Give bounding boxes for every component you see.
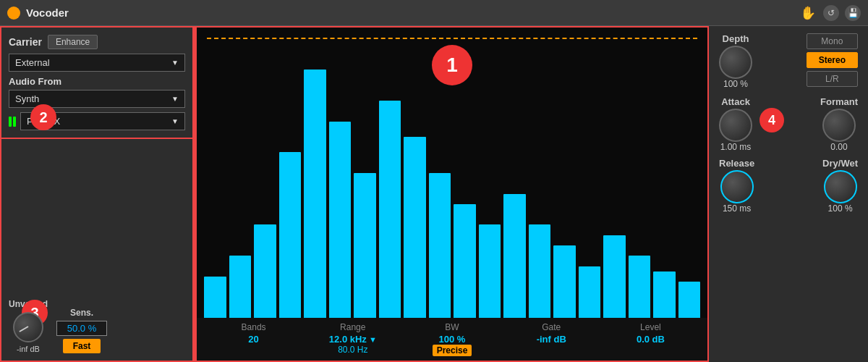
external-dropdown[interactable]: External ▼ <box>9 54 185 72</box>
refresh-icon-btn[interactable]: ↺ <box>823 5 839 21</box>
right-top: Depth 100 % Mono Stereo L/R <box>719 33 858 89</box>
mono-button[interactable]: Mono <box>807 33 858 49</box>
dashed-line <box>207 38 697 39</box>
enhance-button[interactable]: Enhance <box>48 35 98 49</box>
gate-value: -inf dB <box>537 334 566 345</box>
sens-value-box[interactable]: 50.0 % <box>56 321 107 336</box>
center-panel: 1 Bands 20 Range 12.0 kHz ▼ 80.0 Hz BW 1… <box>195 26 709 362</box>
drywet-label: Dry/Wet <box>822 158 858 169</box>
bands-value: 20 <box>248 334 258 345</box>
spectrum-bar <box>529 224 551 318</box>
bands-label: Bands <box>242 322 266 332</box>
depth-value: 100 % <box>723 79 748 89</box>
drywet-group: Dry/Wet 100 % <box>822 158 858 214</box>
range-value1: 12.0 kHz <box>329 334 367 345</box>
title-icon-group: ↺ 💾 <box>823 5 861 21</box>
power-dot[interactable] <box>7 7 20 20</box>
spectrum-bar <box>603 235 626 318</box>
synth-dropdown-arrow: ▼ <box>171 95 179 103</box>
unvoiced-knob[interactable] <box>13 312 43 342</box>
unvoiced-section: 3 Unvoiced -inf dB Sens. 50.0 % Fast <box>0 139 194 362</box>
lr-button[interactable]: L/R <box>807 71 858 87</box>
spectrum-bar <box>304 70 326 318</box>
level-label: Level <box>640 322 661 332</box>
depth-group: Depth 100 % <box>719 33 752 89</box>
gate-col: Gate -inf dB <box>502 322 601 356</box>
carrier-label: Carrier <box>9 36 42 48</box>
level-value: 0.0 dB <box>637 334 665 345</box>
mode-group: Mono Stereo L/R <box>807 33 858 87</box>
title-bar: Vocoder ✋ ↺ 💾 <box>0 0 868 26</box>
spectrum-bar <box>629 256 651 318</box>
plugin-title: Vocoder <box>26 7 800 19</box>
sens-group: Sens. 50.0 % Fast <box>56 308 107 353</box>
bw-value: 100 % <box>439 334 466 345</box>
badge-2: 2 <box>30 104 56 130</box>
bw-col: BW 100 % Precise <box>402 322 501 356</box>
drywet-value: 100 % <box>828 203 853 214</box>
spectrum-bar <box>454 204 476 318</box>
dropdown-arrow: ▼ <box>171 59 179 67</box>
carrier-section: Carrier Enhance External ▼ Audio From Sy… <box>0 26 194 139</box>
spectrum-bar <box>479 224 501 318</box>
spectrum-bar <box>553 245 576 318</box>
badge-4: 4 <box>760 108 784 132</box>
range-arrow: ▼ <box>369 335 377 344</box>
right-bottom: Release 150 ms Dry/Wet 100 % <box>719 158 858 214</box>
carrier-row: Carrier Enhance <box>9 35 185 49</box>
spectrum-bar <box>678 282 701 318</box>
sens-label: Sens. <box>70 308 93 318</box>
formant-knob[interactable] <box>822 109 856 142</box>
depth-label: Depth <box>723 33 749 44</box>
spectrum-bar <box>279 152 302 318</box>
attack-group: Attack 1.00 ms <box>719 96 752 152</box>
save-icon-btn[interactable]: 💾 <box>845 5 861 21</box>
main-container: Carrier Enhance External ▼ Audio From Sy… <box>0 26 868 362</box>
attack-knob[interactable] <box>719 109 752 142</box>
spectrum-labels: Bands 20 Range 12.0 kHz ▼ 80.0 Hz BW 100… <box>197 318 707 361</box>
drywet-knob[interactable] <box>824 170 857 203</box>
spectrum-bar <box>404 137 426 318</box>
audio-from-label: Audio From <box>9 76 185 87</box>
post-fx-indicator <box>9 117 16 127</box>
bars-container <box>204 42 700 318</box>
unvoiced-value: -inf dB <box>17 345 40 353</box>
hand-icon: ✋ <box>800 5 816 21</box>
range-label: Range <box>340 322 365 332</box>
bw-label: BW <box>445 322 459 332</box>
spectrum-bar <box>354 173 376 318</box>
attack-value: 1.00 ms <box>720 142 752 152</box>
stereo-button[interactable]: Stereo <box>807 52 858 68</box>
spectrum-bar <box>229 256 252 318</box>
level-col: Level 0.0 dB <box>601 322 700 356</box>
depth-knob[interactable] <box>719 46 752 79</box>
right-mid: Attack 1.00 ms 4 Formant 0.00 <box>719 96 858 152</box>
range-col: Range 12.0 kHz ▼ 80.0 Hz <box>303 322 402 356</box>
release-group: Release 150 ms <box>719 158 754 214</box>
fast-button[interactable]: Fast <box>63 339 101 353</box>
spectrum-bar <box>254 224 276 318</box>
left-panel: Carrier Enhance External ▼ Audio From Sy… <box>0 26 195 362</box>
formant-group: Formant 0.00 <box>820 96 858 152</box>
right-panel: Depth 100 % Mono Stereo L/R Attack 1.00 … <box>709 26 868 362</box>
release-value: 150 ms <box>723 203 751 214</box>
formant-value: 0.00 <box>830 142 847 152</box>
post-fx-bar-2 <box>13 117 16 127</box>
spectrum-bar <box>204 277 226 318</box>
spectrum-bar <box>503 194 526 318</box>
post-fx-dropdown-arrow: ▼ <box>171 117 179 125</box>
spectrum-display: 1 <box>197 28 707 318</box>
spectrum-bar <box>579 266 601 318</box>
formant-label: Formant <box>820 96 858 107</box>
post-fx-bar-1 <box>9 117 12 127</box>
precise-button[interactable]: Precise <box>433 345 472 356</box>
release-knob[interactable] <box>720 170 754 203</box>
spectrum-bar <box>379 101 401 318</box>
spectrum-bar <box>653 272 676 318</box>
release-label: Release <box>719 158 754 169</box>
range-value2: 80.0 Hz <box>338 345 367 355</box>
attack-label: Attack <box>721 96 750 107</box>
bands-col: Bands 20 <box>204 322 303 356</box>
gate-label: Gate <box>542 322 561 332</box>
spectrum-bar <box>329 122 352 318</box>
